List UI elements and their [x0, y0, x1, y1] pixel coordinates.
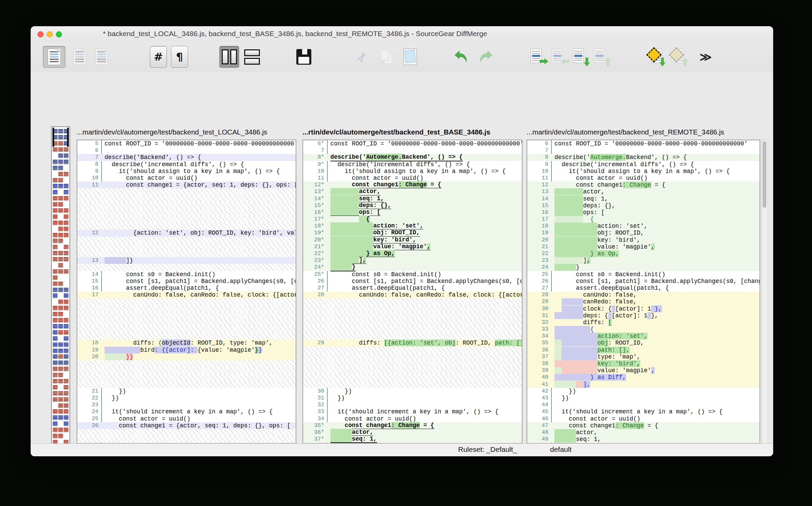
- line-number: 21: [527, 243, 552, 250]
- line-number: 37*: [303, 436, 328, 443]
- minimize-window-button[interactable]: [47, 31, 53, 37]
- zoom-window-button[interactable]: [56, 31, 62, 37]
- line-number: 16*: [303, 209, 328, 216]
- cut-button[interactable]: ✂: [354, 46, 371, 67]
- line-number: 20*: [303, 237, 328, 243]
- invisibles-toggle-button[interactable]: ¶: [171, 46, 188, 68]
- next-conflict-button[interactable]: [648, 46, 666, 67]
- diff-map-row: [53, 354, 68, 360]
- code-line: } as Op,: [552, 250, 760, 257]
- line-number: 12: [527, 181, 552, 188]
- diff-map-cell: [58, 160, 63, 164]
- toolbar-overflow-button[interactable]: ≫: [700, 46, 711, 67]
- diff-map-row: [53, 159, 68, 165]
- diff-map-cell: [58, 190, 63, 194]
- code-line: deps: {},: [552, 202, 760, 209]
- code-panel-local[interactable]: 5const ROOT_ID = '00000000-0000-0000-000…: [77, 140, 296, 444]
- file-reload-right-button[interactable]: [92, 46, 111, 67]
- diff-map-cell: [64, 172, 68, 176]
- line-number: 18: [527, 223, 552, 230]
- undo-button[interactable]: [452, 46, 471, 67]
- line-number: 23: [527, 257, 552, 264]
- code-row: 23: [77, 401, 296, 408]
- close-window-button[interactable]: [37, 31, 44, 37]
- diff-map-cell: [64, 147, 68, 152]
- line-number: 22*: [303, 250, 328, 257]
- vertical-scrollbar-thumb[interactable]: [763, 141, 766, 208]
- code-line: key: 'bird',: [328, 236, 522, 244]
- save-button[interactable]: [294, 46, 313, 67]
- diff-map-row: [53, 214, 68, 220]
- toolbar: # ¶ ✂: [31, 42, 773, 72]
- void-row: [77, 250, 296, 257]
- line-number: 38: [527, 360, 552, 367]
- code-row: 28 canUndo: false,: [527, 291, 760, 298]
- vertical-scrollbar[interactable]: [762, 140, 768, 444]
- diff-map-cell: [53, 154, 58, 158]
- split-horizontal-button[interactable]: [243, 46, 262, 67]
- void-row: [77, 305, 296, 312]
- line-number: 27: [303, 285, 328, 291]
- line-number: 13: [527, 188, 552, 195]
- line-number: 19: [527, 230, 552, 236]
- code-line: const s0 = Backend.init(): [552, 271, 760, 278]
- code-panel-remote[interactable]: 6const ROOT_ID = '00000000-0000-0000-000…: [527, 140, 760, 444]
- code-line: action: 'set',: [328, 222, 522, 230]
- code-line: it('should assign to a key in a map', ()…: [552, 168, 760, 175]
- line-number: 33: [303, 408, 328, 415]
- code-row: 16* ops: [: [303, 209, 522, 216]
- code-row: 33 {: [527, 326, 760, 333]
- split-vertical-button[interactable]: [219, 46, 239, 68]
- diff-map-cell: [58, 428, 63, 432]
- code-panel-base[interactable]: 6*const ROOT_ID = '00000000-0000-0000-00…: [302, 140, 522, 444]
- code-row: 16 assert.deepEqual(patch1, {: [77, 285, 296, 291]
- code-line: value: 'magpie',: [328, 243, 522, 251]
- apply-change-left-button[interactable]: [551, 46, 569, 67]
- next-change-button[interactable]: [572, 46, 590, 67]
- diff-map-cell: [53, 324, 58, 329]
- line-number: 8: [77, 161, 103, 168]
- code-row: 17* {: [303, 216, 522, 223]
- previous-conflict-button[interactable]: [670, 46, 688, 67]
- redo-button[interactable]: [475, 46, 495, 67]
- diff-map-cell: [58, 178, 63, 183]
- previous-change-button[interactable]: [593, 46, 611, 67]
- diff-map-cell: [58, 434, 63, 438]
- code-line: deps: { [actor]: 1 },: [552, 312, 760, 319]
- line-number: 26: [527, 278, 552, 285]
- diff-map-cell: [53, 373, 58, 377]
- diff-map-cell: [53, 269, 58, 274]
- diff-map-cell: [58, 379, 63, 383]
- line-number: 15: [77, 278, 103, 285]
- copy-button[interactable]: [377, 46, 395, 67]
- diff-map-row: [53, 281, 68, 287]
- code-line: obj: ROOT_ID,: [552, 230, 760, 236]
- code-row: 11 const actor = uuid(): [527, 175, 760, 181]
- file-path-remote: ...martin/dev/cl/automerge/test/backend_…: [527, 128, 765, 138]
- code-row: 48 actor,: [527, 429, 760, 436]
- code-row: 7: [527, 147, 760, 154]
- code-row: 7describe('Backend', () => {: [77, 154, 296, 161]
- diff-overview-map[interactable]: [51, 126, 70, 456]
- file-reload-left-button[interactable]: [70, 46, 89, 67]
- code-line: const change1: Change = {: [552, 422, 760, 429]
- diff-map-cell: [53, 288, 58, 292]
- code-row: 13* actor,: [303, 188, 522, 195]
- diff-map-cell: [53, 415, 58, 420]
- diff-map-cell: [53, 354, 58, 359]
- paste-button[interactable]: [401, 46, 419, 67]
- code-row: 18 action: 'set',: [527, 223, 760, 230]
- diff-map-cell: [58, 135, 63, 140]
- line-numbers-toggle-button[interactable]: #: [150, 46, 167, 68]
- line-number: 42: [527, 388, 552, 395]
- split-vertical-icon: [222, 49, 229, 64]
- line-number: 19*: [303, 230, 328, 236]
- line-number: 36*: [303, 429, 328, 436]
- main-content: ...martin/dev/cl/automerge/test/backend_…: [31, 72, 773, 456]
- diff-map-cell: [58, 208, 63, 213]
- line-number: 12: [77, 230, 103, 236]
- diffmerge-window: * backend_test_LOCAL_3486.js, backend_te…: [31, 26, 773, 456]
- file-diff-button[interactable]: [43, 46, 65, 68]
- apply-change-right-button[interactable]: [530, 46, 548, 67]
- diff-map-cell: [58, 245, 63, 249]
